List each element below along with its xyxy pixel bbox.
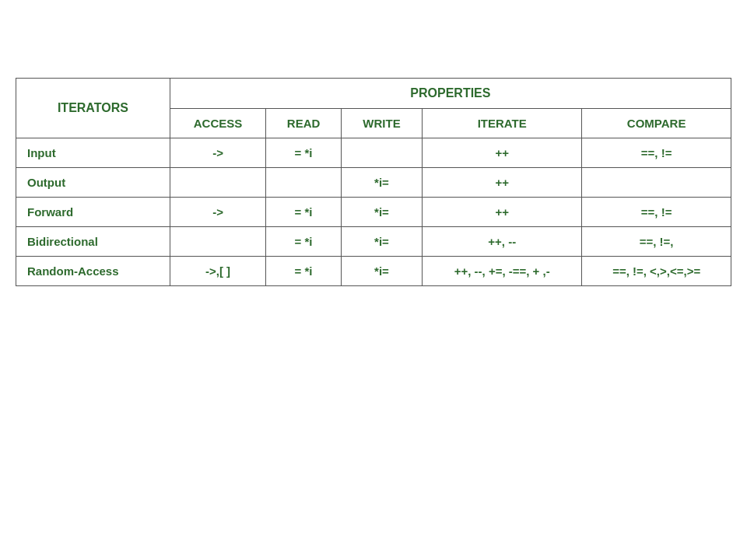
row-label: Random-Access	[16, 257, 170, 286]
col-write: WRITE	[341, 109, 422, 138]
cell-value: = *i	[266, 227, 342, 257]
cell-value	[170, 227, 266, 257]
cell-value	[582, 168, 731, 198]
row-label: Output	[16, 168, 170, 198]
cell-value: *i=	[341, 198, 422, 227]
col-iterate: ITERATE	[423, 109, 582, 138]
cell-value: ==, !=	[582, 198, 731, 227]
cell-value: *i=	[341, 227, 422, 257]
cell-value: ==, !=, <,>,<=,>=	[582, 257, 731, 286]
table-row: Input->= *i++==, !=	[16, 138, 731, 168]
cell-value: *i=	[341, 257, 422, 286]
cell-value	[170, 168, 266, 198]
cell-value: = *i	[266, 198, 342, 227]
properties-header: PROPERTIES	[170, 79, 731, 109]
table-row: Random-Access->,[ ]= *i*i=++, --, +=, -=…	[16, 257, 731, 286]
cell-value: ++, --	[423, 227, 582, 257]
row-label: Forward	[16, 198, 170, 227]
cell-value: = *i	[266, 257, 342, 286]
table-row: Output*i=++	[16, 168, 731, 198]
cell-value: ++	[423, 168, 582, 198]
cell-value: ++, --, +=, -==, + ,-	[423, 257, 582, 286]
cell-value: ++	[423, 138, 582, 168]
cell-value	[341, 138, 422, 168]
cell-value: ->,[ ]	[170, 257, 266, 286]
cell-value	[266, 168, 342, 198]
col-access: ACCESS	[170, 109, 266, 138]
row-label: Input	[16, 138, 170, 168]
table-row: Forward->= *i*i=++==, !=	[16, 198, 731, 227]
table-row: Bidirectional= *i*i=++, --==, !=,	[16, 227, 731, 257]
table-wrapper: ITERATORS PROPERTIES ACCESS READ WRITE I…	[16, 78, 731, 286]
cell-value: ->	[170, 138, 266, 168]
iterators-header: ITERATORS	[16, 79, 170, 138]
cell-value: ==, !=	[582, 138, 731, 168]
cell-value: ==, !=,	[582, 227, 731, 257]
cell-value: *i=	[341, 168, 422, 198]
cell-value: ->	[170, 198, 266, 227]
iterators-table: ITERATORS PROPERTIES ACCESS READ WRITE I…	[16, 78, 731, 286]
cell-value: ++	[423, 198, 582, 227]
col-compare: COMPARE	[582, 109, 731, 138]
row-label: Bidirectional	[16, 227, 170, 257]
cell-value: = *i	[266, 138, 342, 168]
col-read: READ	[266, 109, 342, 138]
